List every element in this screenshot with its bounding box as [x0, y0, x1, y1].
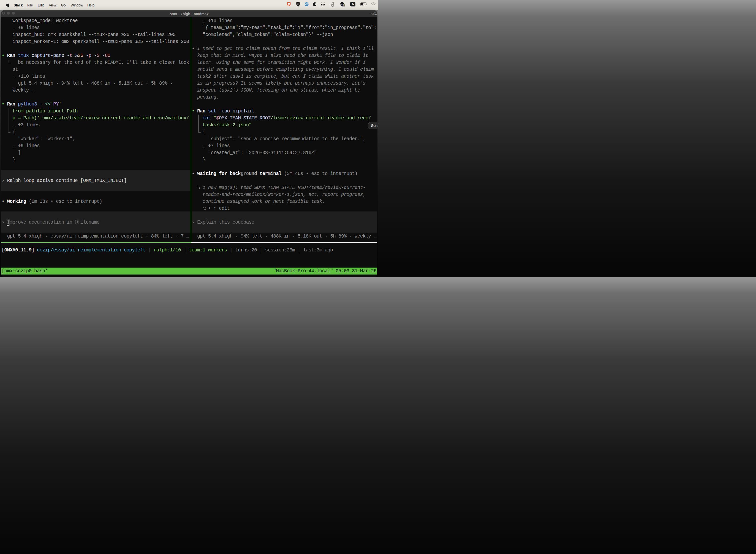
svg-text:..61: ..61 [341, 4, 345, 6]
